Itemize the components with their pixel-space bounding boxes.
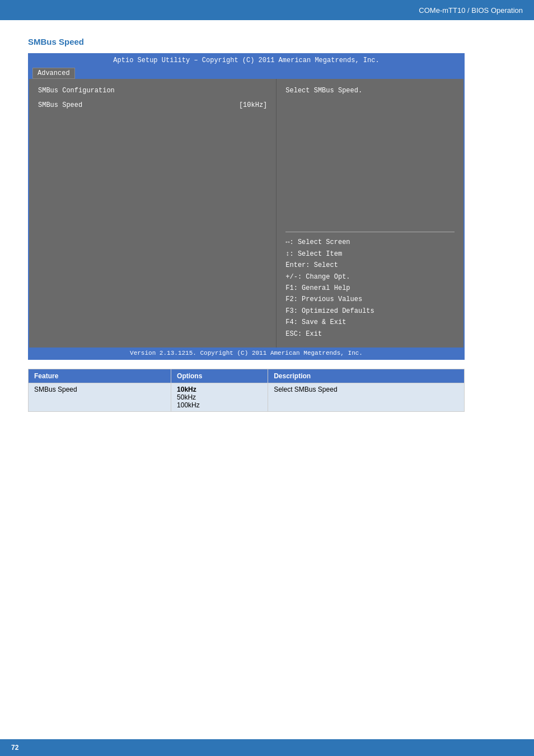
bios-topbar: Aptio Setup Utility – Copyright (C) 2011…	[29, 54, 463, 67]
bios-bottombar: Version 2.13.1215. Copyright (C) 2011 Am…	[29, 348, 463, 359]
key-select-item: ↕: Select Item	[285, 248, 455, 260]
bios-left-panel: SMBus Configuration SMBus Speed [10kHz]	[29, 79, 277, 348]
feature-table: Feature Options Description SMBus Speed …	[28, 369, 465, 412]
option-50khz: 50kHz	[177, 393, 196, 401]
bios-item-name: SMBus Speed	[38, 101, 233, 109]
bios-key-legend: ↔: Select Screen ↕: Select Item Enter: S…	[285, 237, 455, 340]
bios-right-panel: Select SMBus Speed. ↔: Select Screen ↕: …	[277, 79, 463, 348]
table-cell-feature: SMBus Speed	[29, 383, 171, 412]
table-row: SMBus Speed 10kHz 50kHz 100kHz Select SM…	[29, 383, 465, 412]
key-change-opt: +/-: Change Opt.	[285, 271, 455, 283]
col-options: Options	[171, 369, 268, 383]
key-select-screen: ↔: Select Screen	[285, 237, 455, 248]
table-cell-options: 10kHz 50kHz 100kHz	[171, 383, 268, 412]
page-number: 72	[11, 744, 18, 752]
key-esc: ESC: Exit	[285, 328, 455, 340]
header-title: COMe-mTT10 / BIOS Operation	[419, 6, 523, 15]
bios-tab-row: Advanced	[29, 67, 463, 79]
page-footer: 72	[0, 739, 534, 756]
header-bar: COMe-mTT10 / BIOS Operation	[0, 0, 534, 20]
key-f4: F4: Save & Exit	[285, 317, 455, 328]
bios-body: SMBus Configuration SMBus Speed [10kHz] …	[29, 79, 463, 348]
bios-item-value: [10kHz]	[239, 101, 267, 109]
section-title: SMBus Speed	[28, 37, 506, 46]
bios-screen: Aptio Setup Utility – Copyright (C) 2011…	[28, 53, 465, 360]
col-description: Description	[268, 369, 465, 383]
bios-help-text: Select SMBus Speed.	[285, 87, 455, 227]
option-10khz: 10kHz	[177, 386, 196, 393]
main-content: SMBus Speed Aptio Setup Utility – Copyri…	[0, 20, 534, 429]
key-enter: Enter: Select	[285, 260, 455, 271]
bios-divider	[285, 232, 455, 232]
key-f2: F2: Previous Values	[285, 294, 455, 305]
col-feature: Feature	[29, 369, 171, 383]
bios-section-label: SMBus Configuration	[38, 87, 267, 95]
bios-tab-advanced[interactable]: Advanced	[32, 68, 75, 79]
key-f1: F1: General Help	[285, 283, 455, 294]
table-cell-description: Select SMBus Speed	[268, 383, 465, 412]
option-100khz: 100kHz	[177, 401, 200, 409]
key-f3: F3: Optimized Defaults	[285, 306, 455, 317]
bios-item-row: SMBus Speed [10kHz]	[38, 101, 267, 109]
